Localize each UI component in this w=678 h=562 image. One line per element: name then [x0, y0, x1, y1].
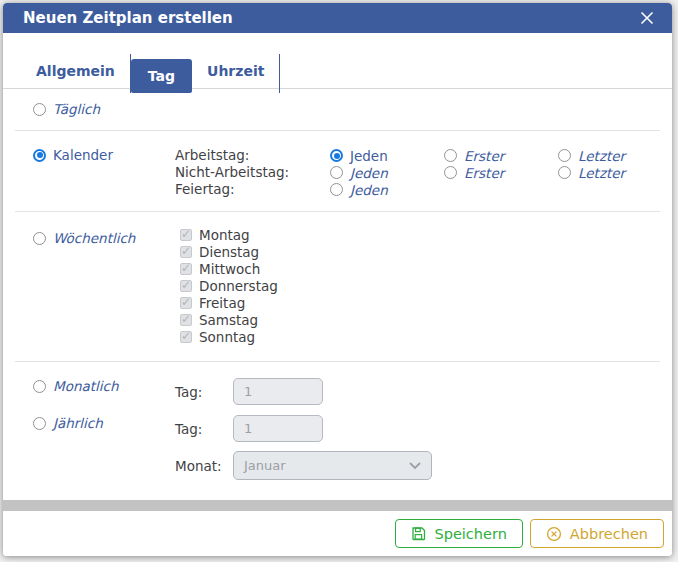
radio-woechentlich-label: Wöchentlich [53, 230, 135, 246]
horizontal-scrollbar[interactable] [3, 500, 672, 511]
radio-arbeitstag-letzter-label: Letzter [578, 148, 625, 164]
tab-uhrzeit[interactable]: Uhrzeit [192, 54, 279, 88]
x-icon [639, 10, 655, 26]
chevron-down-icon [409, 458, 421, 473]
radio-jaehrlich-label: Jährlich [53, 415, 103, 431]
radio-nicht-arbeitstag-jeden[interactable] [330, 166, 343, 179]
monat-label: Monat: [175, 458, 233, 474]
cancel-button[interactable]: Abbrechen [530, 519, 664, 548]
dialog-titlebar: Neuen Zeitplan erstellen [3, 3, 672, 33]
list-item: Montag [180, 226, 278, 243]
radio-taeglich-label: Täglich [53, 101, 100, 117]
radio-arbeitstag-letzter[interactable] [558, 149, 571, 162]
radio-feiertag-jeden-label: Jeden [350, 182, 388, 198]
radio-kalender-label: Kalender [53, 147, 113, 163]
jaehrlich-tag-label: Tag: [175, 421, 233, 437]
radio-monatlich-label: Monatlich [53, 378, 119, 394]
checkbox-freitag-label: Freitag [199, 295, 245, 311]
monat-select: Januar [233, 451, 432, 480]
floppy-disk-icon [411, 526, 426, 541]
radio-arbeitstag-jeden[interactable] [330, 149, 343, 162]
close-button[interactable] [636, 7, 658, 29]
radio-nicht-arbeitstag-erster-label: Erster [464, 165, 504, 181]
radio-taeglich[interactable] [33, 103, 46, 116]
list-item: Sonntag [180, 328, 278, 345]
monthly-row: Monatlich Tag: [33, 378, 660, 405]
radio-jaehrlich[interactable] [33, 417, 46, 430]
monat-select-value: Januar [244, 458, 286, 473]
weekday-checkbox-list: Montag Dienstag Mittwoch Donnerstag [180, 226, 278, 345]
save-button[interactable]: Speichern [395, 519, 522, 548]
list-item: Freitag [180, 294, 278, 311]
tab-bar: Allgemein Tag Uhrzeit [3, 33, 672, 89]
radio-woechentlich[interactable] [33, 232, 46, 245]
section-daily: Täglich [15, 89, 660, 131]
dialog-footer: Speichern Abbrechen [3, 511, 672, 556]
circled-x-icon [546, 526, 562, 542]
jaehrlich-tag-input [233, 415, 323, 442]
list-item: Mittwoch [180, 260, 278, 277]
create-schedule-dialog: Neuen Zeitplan erstellen Allgemein Tag U… [3, 3, 672, 556]
save-button-label: Speichern [434, 526, 506, 542]
radio-kalender[interactable] [33, 149, 46, 162]
tab-tag[interactable]: Tag [131, 59, 192, 93]
list-item: Samstag [180, 311, 278, 328]
radio-nicht-arbeitstag-jeden-label: Jeden [350, 165, 388, 181]
radio-nicht-arbeitstag-erster[interactable] [444, 166, 457, 179]
yearly-month-row: Monat: Januar [33, 451, 660, 480]
radio-nicht-arbeitstag-letzter-label: Letzter [578, 165, 625, 181]
checkbox-mittwoch-label: Mittwoch [199, 261, 260, 277]
dialog-title: Neuen Zeitplan erstellen [23, 9, 233, 27]
checkbox-sonntag-label: Sonntag [199, 329, 255, 345]
checkbox-dienstag-label: Dienstag [199, 244, 259, 260]
checkbox-donnerstag [180, 280, 192, 292]
checkbox-mittwoch [180, 263, 192, 275]
list-item: Donnerstag [180, 277, 278, 294]
radio-arbeitstag-erster[interactable] [444, 149, 457, 162]
radio-feiertag-jeden[interactable] [330, 183, 343, 196]
dialog-body: Allgemein Tag Uhrzeit Täglich Kalender A… [3, 33, 672, 556]
checkbox-montag-label: Montag [199, 227, 250, 243]
monatlich-tag-label: Tag: [175, 384, 233, 400]
nicht-arbeitstag-label: Nicht-Arbeitstag: [175, 164, 330, 181]
tab-content-day: Täglich Kalender Arbeitstag: Nicht-Arbei… [3, 89, 672, 500]
checkbox-samstag [180, 314, 192, 326]
section-weekly: Wöchentlich Montag Dienstag Mittwoch [15, 212, 660, 362]
monatlich-tag-input [233, 378, 323, 405]
checkbox-samstag-label: Samstag [199, 312, 258, 328]
radio-nicht-arbeitstag-letzter[interactable] [558, 166, 571, 179]
tab-separator [279, 54, 280, 93]
feiertag-label: Feiertag: [175, 181, 330, 198]
checkbox-dienstag [180, 246, 192, 258]
radio-arbeitstag-jeden-label: Jeden [350, 148, 388, 164]
list-item: Dienstag [180, 243, 278, 260]
yearly-row: Jährlich Tag: [33, 415, 660, 442]
checkbox-montag [180, 229, 192, 241]
radio-arbeitstag-erster-label: Erster [464, 148, 504, 164]
radio-monatlich[interactable] [33, 380, 46, 393]
checkbox-donnerstag-label: Donnerstag [199, 278, 278, 294]
cancel-button-label: Abbrechen [570, 526, 648, 542]
arbeitstag-label: Arbeitstag: [175, 147, 330, 164]
tab-allgemein[interactable]: Allgemein [21, 54, 130, 88]
section-monthly-yearly: Monatlich Tag: Jährlich Tag: Monat: [15, 362, 660, 493]
checkbox-freitag [180, 297, 192, 309]
section-calendar: Kalender Arbeitstag: Nicht-Arbeitstag: F… [15, 131, 660, 212]
checkbox-sonntag [180, 331, 192, 343]
